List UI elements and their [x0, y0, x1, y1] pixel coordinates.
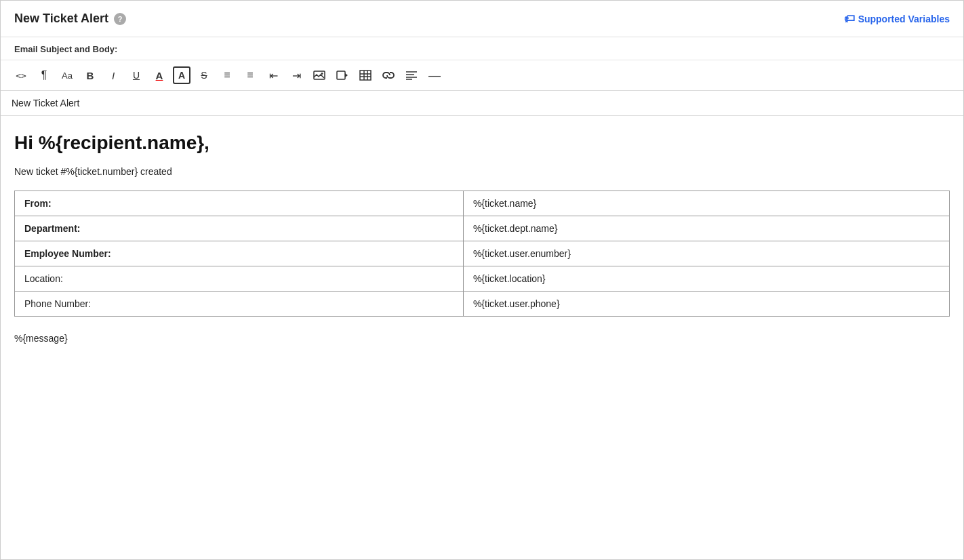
supported-variables-label: Supported Variables	[858, 14, 950, 24]
page-title: New Ticket Alert	[14, 12, 108, 26]
toolbar-bullet-button[interactable]: ≡	[218, 66, 237, 85]
svg-rect-4	[360, 71, 371, 80]
toolbar-align-button[interactable]	[402, 66, 421, 85]
table-cell-label: From:	[15, 191, 464, 216]
supported-variables-link[interactable]: 🏷 Supported Variables	[844, 13, 950, 25]
table-row: From:%{ticket.name}	[15, 191, 950, 216]
svg-point-1	[321, 73, 323, 75]
table-cell-label: Location:	[15, 266, 464, 292]
table-row: Location:%{ticket.location}	[15, 266, 950, 292]
toolbar-strikethrough-button[interactable]: S	[195, 66, 214, 85]
subject-row	[1, 91, 963, 116]
toolbar-image-button[interactable]	[310, 66, 329, 85]
toolbar-numbered-button[interactable]: ≡	[241, 66, 260, 85]
svg-marker-3	[345, 73, 348, 77]
table-cell-label: Phone Number:	[15, 292, 464, 317]
table-row: Phone Number:%{ticket.user.phone}	[15, 292, 950, 317]
table-cell-label: Employee Number:	[15, 241, 464, 266]
toolbar-hr-button[interactable]: —	[425, 66, 444, 85]
table-cell-value: %{ticket.user.enumber}	[463, 241, 949, 266]
table-cell-value: %{ticket.user.phone}	[463, 292, 949, 317]
toolbar-table-button[interactable]	[356, 66, 375, 85]
email-table: From:%{ticket.name}Department:%{ticket.d…	[14, 191, 950, 317]
toolbar-outdent-button[interactable]: ⇤	[264, 66, 283, 85]
tag-icon: 🏷	[844, 13, 855, 25]
header: New Ticket Alert ? 🏷 Supported Variables	[1, 1, 963, 37]
email-intro: New ticket #%{ticket.number} created	[14, 166, 950, 177]
email-body: Hi %{recipient.name}, New ticket #%{tick…	[1, 116, 963, 455]
help-icon[interactable]: ?	[114, 13, 126, 25]
toolbar-underline-button[interactable]: U	[127, 66, 146, 85]
toolbar-link-button[interactable]	[379, 66, 398, 85]
table-row: Employee Number:%{ticket.user.enumber}	[15, 241, 950, 266]
table-cell-label: Department:	[15, 216, 464, 241]
table-cell-value: %{ticket.location}	[463, 266, 949, 292]
table-cell-value: %{ticket.name}	[463, 191, 949, 216]
toolbar-fontsize-button[interactable]: Aa	[58, 66, 77, 85]
toolbar-code-button[interactable]: <>	[12, 66, 31, 85]
page-container: New Ticket Alert ? 🏷 Supported Variables…	[0, 0, 964, 560]
toolbar-paragraph-button[interactable]: ¶	[35, 66, 54, 85]
email-subject-input[interactable]	[1, 91, 963, 115]
toolbar-bold-button[interactable]: B	[81, 66, 100, 85]
editor-toolbar: <> ¶ Aa B I U A A S ≡ ≡ ⇤ ⇥ —	[1, 60, 963, 91]
toolbar-fontcolor-button[interactable]: A	[150, 66, 169, 85]
email-greeting: Hi %{recipient.name},	[14, 132, 950, 154]
table-row: Department:%{ticket.dept.name}	[15, 216, 950, 241]
toolbar-italic-button[interactable]: I	[104, 66, 123, 85]
toolbar-indent-button[interactable]: ⇥	[287, 66, 306, 85]
table-cell-value: %{ticket.dept.name}	[463, 216, 949, 241]
header-left: New Ticket Alert ?	[14, 12, 126, 26]
section-label: Email Subject and Body:	[1, 37, 963, 60]
svg-rect-2	[337, 71, 345, 79]
toolbar-video-button[interactable]	[333, 66, 352, 85]
email-message: %{message}	[14, 333, 950, 344]
toolbar-bgcolor-button[interactable]: A	[173, 66, 190, 84]
